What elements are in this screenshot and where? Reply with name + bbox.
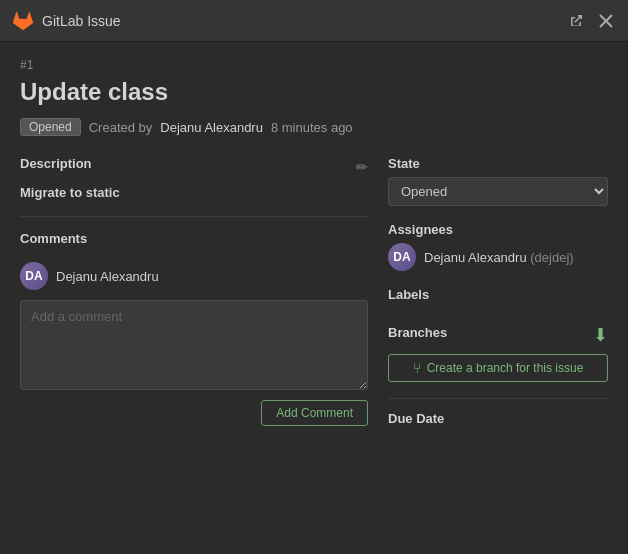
description-section: Description ✏ Migrate to static: [20, 156, 368, 217]
titlebar-actions: [566, 11, 616, 31]
meta-created-text: Created by: [89, 120, 153, 135]
labels-section: Labels: [388, 287, 608, 308]
issue-title: Update class: [20, 78, 608, 106]
meta-author: Dejanu Alexandru: [160, 120, 263, 135]
window-title: GitLab Issue: [42, 13, 566, 29]
branches-label: Branches: [388, 325, 447, 340]
state-label: State: [388, 156, 608, 171]
state-select[interactable]: Opened Closed: [388, 177, 608, 206]
create-branch-button[interactable]: ⑂ Create a branch for this issue: [388, 354, 608, 382]
create-branch-label: Create a branch for this issue: [427, 361, 584, 375]
due-date-label: Due Date: [388, 411, 608, 426]
comment-input[interactable]: [20, 300, 368, 390]
assignee-handle: (dejdej): [530, 250, 573, 265]
assignee-avatar: DA: [388, 243, 416, 271]
assignee-avatar-image: DA: [388, 243, 416, 271]
assignee-row: DA Dejanu Alexandru (dejdej): [388, 243, 608, 271]
meta-time: 8 minutes ago: [271, 120, 353, 135]
labels-label: Labels: [388, 287, 608, 302]
comment-username: Dejanu Alexandru: [56, 269, 159, 284]
description-header: Description ✏: [20, 156, 368, 177]
branches-header: Branches ⬇: [388, 324, 608, 346]
issue-number: #1: [20, 58, 608, 72]
content-area: #1 Update class Opened Created by Dejanu…: [0, 42, 628, 554]
description-label: Description: [20, 156, 92, 171]
right-panel: State Opened Closed Assignees DA Dejan: [388, 156, 608, 538]
titlebar: GitLab Issue: [0, 0, 628, 42]
main-layout: Description ✏ Migrate to static Comments…: [20, 156, 608, 538]
assignee-full-name: Dejanu Alexandru: [424, 250, 527, 265]
status-badge: Opened: [20, 118, 81, 136]
main-window: GitLab Issue #1 Update class Opened Crea…: [0, 0, 628, 554]
assignees-section: Assignees DA Dejanu Alexandru (dejdej): [388, 222, 608, 271]
external-link-button[interactable]: [566, 11, 586, 31]
avatar-image: DA: [20, 262, 48, 290]
add-comment-button[interactable]: Add Comment: [261, 400, 368, 426]
assignee-name: Dejanu Alexandru (dejdej): [424, 250, 574, 265]
description-text: Migrate to static: [20, 185, 368, 200]
branch-icon: ⑂: [413, 360, 421, 376]
left-panel: Description ✏ Migrate to static Comments…: [20, 156, 368, 538]
comment-user-row: DA Dejanu Alexandru: [20, 262, 368, 290]
edit-icon[interactable]: ✏: [356, 159, 368, 175]
branches-section: Branches ⬇ ⑂ Create a branch for this is…: [388, 324, 608, 382]
assignees-label: Assignees: [388, 222, 608, 237]
comments-section: Comments DA Dejanu Alexandru Add Comment: [20, 231, 368, 426]
gitlab-logo-icon: [12, 10, 34, 32]
add-branch-icon[interactable]: ⬇: [593, 324, 608, 346]
issue-meta: Opened Created by Dejanu Alexandru 8 min…: [20, 118, 608, 136]
comments-label: Comments: [20, 231, 368, 246]
close-button[interactable]: [596, 11, 616, 31]
avatar: DA: [20, 262, 48, 290]
state-section: State Opened Closed: [388, 156, 608, 206]
due-date-section: Due Date: [388, 398, 608, 432]
